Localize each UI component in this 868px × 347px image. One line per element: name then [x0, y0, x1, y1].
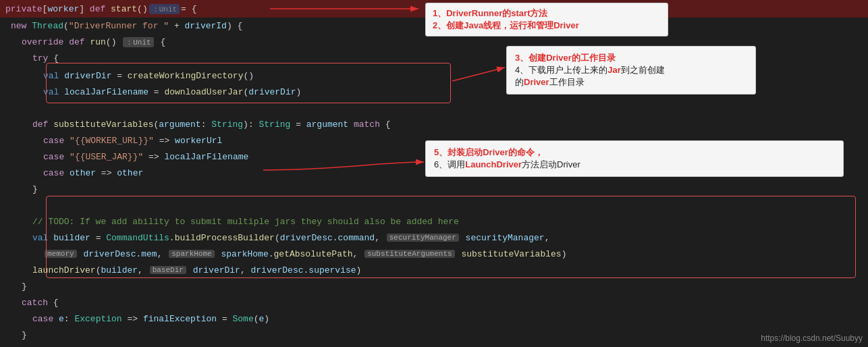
badge-subst: substituteArguments [364, 250, 454, 258]
ann2-line2: 4、下载用户上传上来的Jar到之前创建 [515, 64, 747, 76]
watermark: https://blog.csdn.net/Suubyy [761, 333, 863, 343]
line-7-empty [0, 100, 868, 116]
code-text: private[worker] def start() [5, 4, 148, 14]
line-18: } [0, 278, 868, 294]
line-15: val builder = CommandUtils.buildProcessB… [0, 230, 868, 246]
ann1-line2: 2、创建Java线程，运行和管理Driver [433, 20, 661, 32]
ann2-line3: 的Driver工作目录 [515, 76, 747, 88]
line-12: } [0, 181, 868, 197]
line-20: case e: Exception => finalException = So… [0, 311, 868, 327]
line-13-empty [0, 197, 868, 213]
badge-security: securityManager [387, 234, 459, 242]
ann3-line1: 5、封装启动Driver的命令， [434, 146, 835, 159]
annotation-1: 1、DriverRunner的start方法 2、创建Java线程，运行和管理D… [425, 3, 668, 36]
badge-unit-1: ：Unit [149, 4, 180, 14]
line-17: launchDriver(builder, baseDir driverDir,… [0, 262, 868, 278]
annotation-2: 3、创建Driver的工作目录 4、下载用户上传上来的Jar到之前创建 的Dri… [506, 46, 756, 95]
ann2-line1: 3、创建Driver的工作目录 [515, 52, 747, 64]
annotation-3: 5、封装启动Driver的命令， 6、调用LaunchDriver方法启动Dri… [425, 140, 844, 177]
ann3-line2: 6、调用LaunchDriver方法启动Driver [434, 159, 835, 171]
badge-unit-2: ：Unit [123, 37, 153, 47]
line-21: } [0, 327, 868, 343]
ann1-line1: 1、DriverRunner的start方法 [433, 7, 661, 20]
line-19: catch { [0, 294, 868, 311]
arrow-1-svg [270, 3, 425, 15]
line-8: def substituteVariables(argument: String… [0, 116, 868, 132]
badge-sparkhome: sparkHome [169, 250, 214, 258]
badge-basedir: baseDir [150, 266, 186, 274]
line-14: // TODO: If we add ability to submit mul… [0, 213, 868, 230]
code-area: private[worker] def start() ：Unit = { ne… [0, 0, 868, 347]
badge-memory: memory [45, 250, 77, 258]
line-16: memory driverDesc.mem, sparkHome sparkHo… [0, 246, 868, 262]
